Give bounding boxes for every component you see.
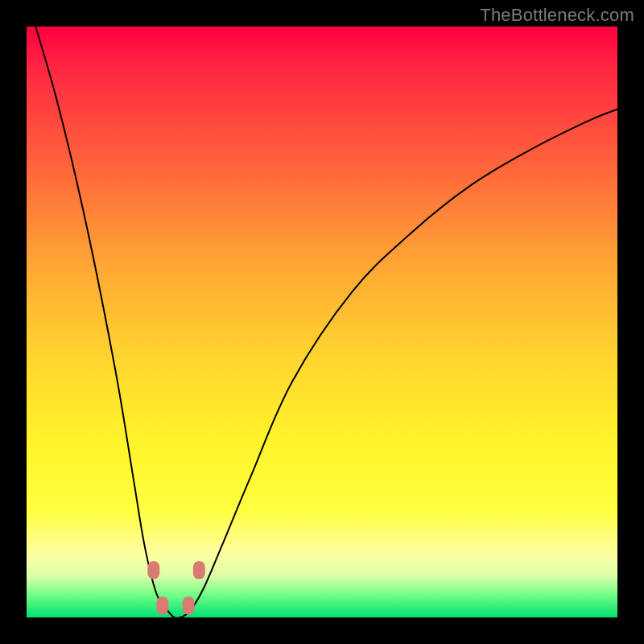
- bottleneck-curve: [27, 0, 617, 618]
- watermark-text: TheBottleneck.com: [480, 5, 634, 26]
- curve-marker: [156, 597, 168, 614]
- curve-marker: [193, 561, 205, 579]
- chart-plot-area: [27, 27, 617, 617]
- curve-markers: [147, 561, 205, 614]
- curve-marker: [147, 561, 159, 579]
- curve-marker: [183, 597, 195, 614]
- bottleneck-curve-svg: [27, 27, 617, 617]
